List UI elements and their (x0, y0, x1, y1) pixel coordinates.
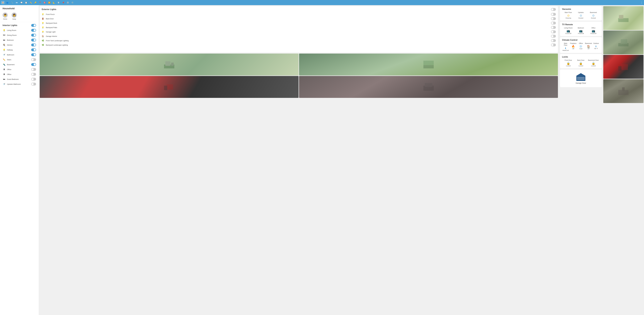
camera-col-right (299, 53, 558, 314)
list-nav-icon[interactable]: 📋 (24, 1, 28, 4)
vacuum-upstairs-icon[interactable]: ⊙ (580, 14, 582, 17)
interior-lights-master-toggle[interactable] (31, 24, 36, 27)
vacuum-upstairs-status: Docked (578, 17, 583, 19)
dining-room-toggle[interactable] (31, 34, 36, 36)
camera-feed-2 (299, 53, 558, 75)
tools-nav-icon[interactable]: 🔧 (10, 1, 14, 4)
stairs-toggle[interactable] (31, 58, 36, 61)
camera-thumb-2[interactable] (299, 53, 558, 75)
climate-outdoor-status: 86 °F (594, 48, 598, 49)
front-porch-toggle[interactable] (551, 13, 556, 16)
play-nav-icon[interactable]: ▶️ (48, 1, 51, 4)
front-yard-landscape-toggle[interactable] (551, 39, 556, 42)
camera-feed-1 (40, 53, 298, 75)
light-row-office-2: 🖥 Office (0, 72, 39, 77)
building-nav-icon[interactable]: 🏛️ (66, 1, 69, 4)
climate-outdoor-label: Outdoor (593, 42, 599, 44)
ruler-nav-icon[interactable]: 📐 (52, 1, 56, 4)
bathroom-toggle[interactable] (31, 53, 36, 56)
tv-remote-grid: Living Room 📺 PowerOff Bedroom 📺 PowerOf… (562, 27, 600, 34)
light-row-guest-bedroom: 🛏 Guest Bedroom (0, 77, 39, 82)
home-nav-icon[interactable]: 🏠 (1, 1, 4, 4)
climate-grid: Main Floor 🌡 Heat/Cool Fireplace 🔥 Off O… (562, 42, 600, 51)
people-nav-icon[interactable]: 👥 (6, 1, 9, 4)
climate-main-floor-label: Main Floor (562, 42, 569, 46)
tv-bedroom-label: Bedroom (578, 27, 584, 29)
guest-bedroom-toggle[interactable] (31, 78, 36, 81)
backyard-patio-toggle[interactable] (551, 26, 556, 29)
bathroom-icon: 🚿 (2, 53, 6, 56)
climate-office-icon[interactable]: ❄️ (579, 45, 582, 48)
climate-basement-icon[interactable]: 🏠 (587, 45, 590, 48)
vacuum-basement-icon[interactable]: ⊙ (592, 14, 594, 17)
backyard-deck-icon: 💡 (42, 22, 44, 24)
upstairs-bathroom-icon: 🚿 (2, 82, 6, 86)
main-layout: Household 👨 Home 👩 Away Interior Lights … (0, 5, 644, 315)
tv-office-icon[interactable]: 📺 (592, 29, 595, 33)
camera-thumb-4[interactable] (299, 76, 558, 98)
more-options-icon[interactable]: ⋮ (640, 1, 643, 4)
garage-door-container[interactable]: Garage Door (562, 71, 600, 85)
interior-lights-title: Interior Lights (2, 24, 17, 27)
office-2-label: Office (7, 73, 30, 75)
office-1-toggle[interactable] (31, 68, 36, 71)
back-door-toggle[interactable] (551, 17, 556, 20)
ext-light-backyard-deck: 💡 Backyard Deck (42, 21, 556, 25)
backyard-landscape-toggle[interactable] (551, 43, 556, 46)
camera-thumb-3[interactable] (40, 76, 298, 98)
user-home-avatar: 👨 (2, 12, 8, 18)
shield-nav-icon[interactable]: 🛡️ (57, 1, 60, 4)
bedroom-toggle[interactable] (31, 39, 36, 41)
camera-thumb-1[interactable] (40, 53, 298, 75)
tv-office-label: Office (592, 27, 596, 29)
lock-back-door-icon[interactable]: 🔒 (579, 62, 582, 65)
target-nav-icon[interactable]: 🎯 (43, 1, 46, 4)
upstairs-bathroom-toggle[interactable] (31, 83, 36, 85)
side-cam-3[interactable] (603, 55, 644, 79)
location-nav-icon[interactable]: 📍 (38, 1, 42, 4)
tv-living-room: Living Room 📺 PowerOff (562, 27, 574, 34)
side-cam-2[interactable] (603, 30, 644, 54)
hallway-label: Hallway (7, 49, 30, 51)
household-title: Household (0, 5, 39, 11)
svg-rect-4 (164, 86, 167, 90)
ext-light-garage-light: 💡 Garage Light (42, 30, 556, 34)
garage-panel: Garage Door (560, 69, 602, 87)
garage-light-toggle[interactable] (551, 30, 556, 33)
tv-office-status: PowerOff (590, 33, 596, 34)
kitchen-toggle[interactable] (31, 43, 36, 46)
camera-grid (40, 53, 558, 314)
exterior-lights-master-toggle[interactable] (551, 8, 556, 11)
climate-outdoor-icon[interactable]: 🌡 (595, 45, 597, 48)
guest-bedroom-icon: 🛏 (2, 78, 6, 81)
bed-nav-icon[interactable]: 🛏 (15, 1, 18, 4)
wrench-nav-icon[interactable]: 🔑 (34, 1, 37, 4)
living-room-toggle[interactable] (31, 29, 36, 32)
vacuum-main-floor-icon[interactable]: ⊙ (567, 14, 570, 17)
climate-main-floor-icon[interactable]: 🌡 (564, 47, 567, 49)
side-cam-1[interactable] (603, 6, 644, 30)
lock-basement-door-icon[interactable]: 🔒 (592, 62, 595, 65)
svg-rect-21 (622, 87, 625, 91)
chat-nav-icon[interactable]: 💬 (20, 1, 23, 4)
tv-living-room-icon[interactable]: 📺 (566, 29, 570, 33)
ext-light-garage-interior: 🏠 Garage Interior (42, 34, 556, 38)
side-cam-4[interactable] (603, 79, 644, 103)
interior-lights-header: Interior Lights (0, 22, 39, 28)
basement-toggle[interactable] (31, 63, 36, 66)
locks-title: Locks (562, 56, 600, 58)
garage-interior-toggle[interactable] (551, 35, 556, 38)
climate-fireplace-icon[interactable]: 🔥 (572, 45, 575, 48)
tv-bedroom-icon[interactable]: 📺 (579, 29, 582, 33)
exterior-lights-header: Exterior Lights (42, 8, 556, 11)
exterior-lights-title: Exterior Lights (42, 8, 56, 10)
office-2-toggle[interactable] (31, 73, 36, 76)
user-home[interactable]: 👨 Home (2, 12, 8, 20)
pin-nav-icon[interactable]: 📌 (62, 1, 65, 4)
lock-front-door-icon[interactable]: 🔒 (566, 62, 570, 65)
user-away[interactable]: 👩 Away (12, 12, 17, 20)
edit-nav-icon[interactable]: ✏️ (29, 1, 32, 4)
backyard-deck-toggle[interactable] (551, 22, 556, 24)
settings-nav-icon[interactable]: ⚙️ (71, 1, 74, 4)
hallway-toggle[interactable] (31, 48, 36, 51)
